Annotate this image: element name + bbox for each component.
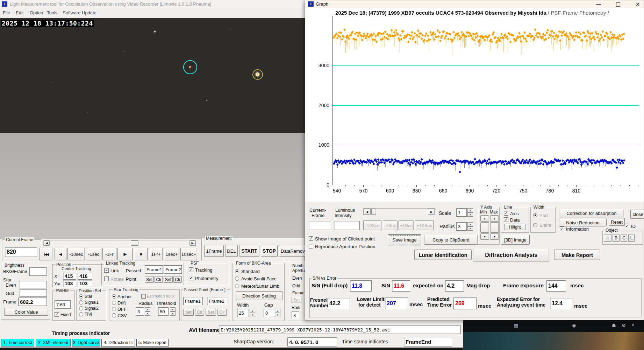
reset-button[interactable]: Reset: [609, 218, 625, 226]
data-remove-button[interactable]: DataRemove: [279, 245, 307, 257]
video-frame[interactable]: 2025 12 18 13:17:50:224: [0, 18, 305, 133]
line-axis-checkbox[interactable]: [504, 211, 508, 216]
scale-field[interactable]: 1: [456, 208, 467, 217]
minus-10sec-button[interactable]: -10sec: [67, 248, 85, 260]
y-max-value-button[interactable]: [490, 222, 499, 233]
bkg-gap-field[interactable]: 0: [264, 309, 274, 317]
gw-radius-spinner[interactable]: ▲▼: [467, 222, 473, 231]
tray-user-icon[interactable]: ☗: [612, 323, 616, 328]
tracking-radius-field[interactable]: 3: [136, 307, 144, 316]
psf-photometry-checkbox[interactable]: [189, 276, 193, 280]
passed-frame2-field[interactable]: Frame2: [207, 297, 227, 305]
menu-tools[interactable]: Tools: [47, 10, 57, 15]
tray-settings-icon[interactable]: ⚙: [622, 323, 626, 328]
tray-globe-icon[interactable]: ◉: [572, 323, 576, 328]
measure-start-button[interactable]: START: [239, 245, 259, 257]
line-data-checkbox[interactable]: [504, 217, 508, 222]
menu-software-update[interactable]: Software Update: [63, 10, 96, 15]
direction-setting-button[interactable]: Direction Setting: [236, 291, 282, 300]
scrollbar-left-arrow-icon[interactable]: ◀: [44, 240, 50, 246]
color-value-button[interactable]: Color Value: [4, 308, 48, 316]
gw-luminous-field[interactable]: [334, 221, 360, 230]
information-checkbox[interactable]: [560, 226, 564, 231]
tracking-threshold-spinner[interactable]: ▲▼: [170, 307, 176, 316]
linked-set1-button[interactable]: Set: [145, 276, 154, 283]
scale-spinner[interactable]: ▲▼: [467, 208, 473, 217]
spinner-down-icon[interactable]: ▼: [467, 212, 473, 217]
scrollbar-right-arrow-icon[interactable]: ▶: [189, 240, 195, 246]
link-checkbox[interactable]: [104, 268, 109, 273]
measure-stop-button[interactable]: STOP: [261, 245, 278, 257]
correction-absorption-button[interactable]: Correction for absorption: [559, 209, 624, 217]
play-button[interactable]: ▶: [117, 248, 133, 260]
y-center-field[interactable]: 103: [63, 280, 76, 287]
frame-brightness-field[interactable]: 602.2: [18, 298, 47, 306]
noise-reduction-button[interactable]: Noise Reduction: [559, 219, 607, 226]
id-checkbox[interactable]: [625, 224, 629, 228]
linked-clr2-button[interactable]: Clr: [173, 276, 182, 283]
measure-del-button[interactable]: DEL: [225, 245, 238, 257]
copy-clipboard-button[interactable]: Copy to ClipBoard: [424, 235, 478, 245]
bkg-frame-field[interactable]: [29, 267, 47, 276]
gw-radius-field[interactable]: 3: [456, 222, 467, 231]
goto-start-button[interactable]: |◀◀: [39, 248, 53, 260]
position-set-tivi-radio[interactable]: [79, 312, 83, 316]
scrollbar-left-arrow-icon[interactable]: ◀: [364, 209, 371, 215]
object-c-button[interactable]: C: [621, 234, 627, 242]
graph-scrollbar[interactable]: ◀ ▶: [363, 208, 435, 215]
spinner-down-icon[interactable]: ▼: [250, 313, 255, 317]
spinner-down-icon[interactable]: ▼: [170, 312, 176, 316]
spinner-up-icon[interactable]: ▲: [467, 222, 473, 226]
show-clicked-point-checkbox[interactable]: [309, 236, 313, 241]
spinner-down-icon[interactable]: ▼: [145, 312, 150, 316]
x-center-field[interactable]: 415: [63, 273, 76, 280]
tracking-off-radio[interactable]: [112, 307, 116, 311]
bkg-avoid-sunlit-radio[interactable]: [235, 276, 239, 281]
position-set-signal1-radio[interactable]: [79, 300, 83, 304]
bkg-width-field[interactable]: 25: [237, 309, 249, 317]
lunar-identification-button[interactable]: Lunar Identification: [414, 250, 472, 260]
bkg-standard-radio[interactable]: [235, 269, 239, 273]
bkg-width-spinner[interactable]: ▲▼: [250, 309, 255, 317]
make-report-button[interactable]: Make Report: [554, 250, 600, 260]
scrollbar-thumb[interactable]: [131, 240, 138, 246]
sharpcap-version-field[interactable]: 4. 0. 9571. 0: [287, 337, 337, 346]
spinner-up-icon[interactable]: ▲: [170, 307, 176, 312]
tracking-drift-radio[interactable]: [112, 301, 116, 305]
hilight-button[interactable]: Hilight: [505, 224, 525, 230]
play-reverse-button[interactable]: ◀: [55, 248, 66, 260]
y-tracking-field[interactable]: 103: [78, 280, 92, 287]
object-l-button[interactable]: L: [628, 234, 635, 242]
plus-1frame-button[interactable]: 1Fr+: [149, 248, 163, 260]
save-image-button[interactable]: Save Image: [388, 234, 421, 245]
spinner-down-icon[interactable]: ▼: [275, 313, 280, 317]
menu-option[interactable]: Option: [30, 10, 43, 15]
spinner-up-icon[interactable]: ▲: [467, 208, 473, 212]
fixed-checkbox[interactable]: [55, 312, 59, 317]
linked-clr1-button[interactable]: Clr: [155, 276, 163, 283]
aperture-clip-radius-field[interactable]: 3: [292, 312, 299, 319]
tray-grid-icon[interactable]: ▦: [514, 323, 518, 328]
scrollbar-thumb[interactable]: [371, 209, 376, 215]
reproduce-aperture-checkbox[interactable]: [309, 244, 313, 248]
star-even-field[interactable]: [19, 281, 47, 288]
current-frame-field[interactable]: 820: [5, 247, 37, 257]
spinner-down-icon[interactable]: ▼: [467, 226, 473, 231]
minus-1sec-button[interactable]: -1sec: [86, 248, 101, 260]
tracking-threshold-field[interactable]: 50: [158, 307, 169, 316]
psf-tracking-checkbox[interactable]: [189, 267, 193, 272]
image-3d-button[interactable]: [3D] Image: [501, 235, 530, 245]
linked-frame1-field[interactable]: Frame1: [145, 265, 163, 274]
light-curve-chart[interactable]: [305, 8, 644, 202]
maximize-icon[interactable]: □: [612, 1, 624, 8]
menu-edit[interactable]: Edit: [16, 10, 23, 15]
y-max-up-button[interactable]: ▲: [490, 215, 499, 222]
avi-filename-field[interactable]: E:¥2025¥20251218_47379_1999 XB97¥2025-12…: [219, 326, 461, 334]
y-min-up-button[interactable]: ▲: [480, 215, 489, 222]
tracking-radius-spinner[interactable]: ▲▼: [145, 307, 150, 316]
fwhm-field[interactable]: 7.63: [55, 300, 71, 309]
menu-file[interactable]: File: [3, 10, 10, 15]
bkg-gap-spinner[interactable]: ▲▼: [275, 309, 280, 317]
tracking-anchor-radio[interactable]: [112, 294, 116, 299]
measure-1frame-button[interactable]: 1Frame: [204, 245, 224, 257]
